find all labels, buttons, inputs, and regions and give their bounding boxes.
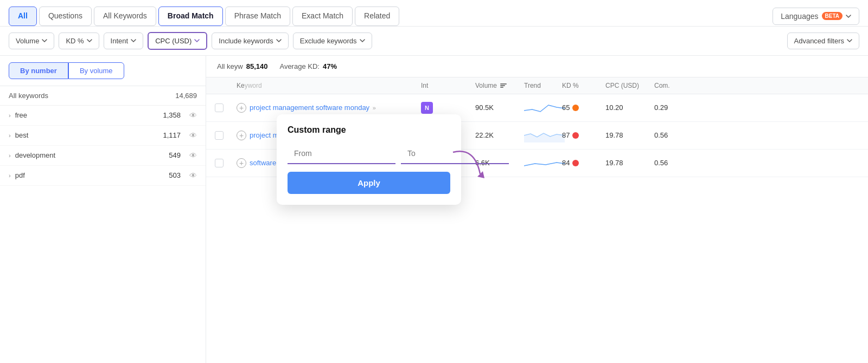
tab-broad-match[interactable]: Broad Match [158, 7, 223, 26]
svg-marker-0 [524, 133, 565, 142]
kd-dot [572, 105, 579, 111]
kd-cell: 87 [562, 131, 605, 139]
main-content: By number By volume All keywords 14,689 … [0, 56, 868, 363]
app-wrapper: All Questions All Keywords Broad Match P… [0, 0, 868, 363]
sidebar-all-keywords-label: All keywords [9, 92, 48, 100]
expand-icon[interactable]: » [373, 105, 376, 111]
row-checkbox[interactable] [215, 103, 237, 112]
com-col-header: Com. [654, 82, 687, 89]
cpc-filter[interactable]: CPC (USD) [148, 32, 207, 50]
volume-col-header[interactable]: Volume [475, 82, 524, 89]
com-cell: 0.56 [654, 159, 687, 167]
add-keyword-btn[interactable]: + [237, 158, 246, 168]
tab-all[interactable]: All [9, 7, 37, 26]
total-keywords-count: 85,140 [246, 62, 268, 70]
include-keywords-filter[interactable]: Include keywords [212, 33, 288, 49]
intent-cell: N [421, 102, 475, 114]
cpc-filter-label: CPC (USD) [155, 37, 192, 45]
chevron-down-icon [194, 38, 200, 43]
sidebar-item-best[interactable]: › best 1,117 👁 [0, 126, 206, 146]
cpc-cell: 19.78 [605, 131, 654, 139]
sidebar-item-label: best [15, 131, 159, 139]
tab-questions[interactable]: Questions [39, 7, 92, 26]
sort-icon [500, 83, 507, 88]
sidebar-item-free[interactable]: › free 1,358 👁 [0, 106, 206, 126]
keyword-col-header: Keyword [237, 82, 388, 89]
chevron-down-icon [131, 38, 136, 43]
by-volume-toggle[interactable]: By volume [68, 62, 124, 79]
chevron-down-icon [42, 38, 47, 43]
chevron-right-icon: › [9, 112, 11, 119]
kd-value: 65 [562, 103, 570, 112]
cpc-col-header: CPC (USD) [605, 82, 654, 89]
intent-col-header: Int [421, 82, 475, 89]
sidebar-item-label: development [15, 151, 165, 159]
cpc-cell: 19.78 [605, 159, 654, 167]
arrow-indicator [448, 147, 491, 190]
tab-related[interactable]: Related [355, 7, 399, 26]
kd-value: 84 [562, 159, 570, 167]
eye-icon[interactable]: 👁 [189, 151, 197, 160]
sidebar-item-pdf[interactable]: › pdf 503 👁 [0, 166, 206, 186]
popup-inputs [288, 144, 450, 164]
eye-icon[interactable]: 👁 [189, 111, 197, 120]
sidebar-item-label: pdf [15, 171, 165, 179]
volume-filter-label: Volume [16, 37, 39, 45]
cpc-cell: 10.20 [605, 103, 654, 112]
kd-cell: 84 [562, 159, 605, 167]
chevron-right-icon: › [9, 152, 11, 159]
advanced-filters-label: Advanced filters [794, 37, 845, 45]
chevron-right-icon: › [9, 132, 11, 139]
kd-filter-label: KD % [66, 37, 84, 45]
sidebar-item-development[interactable]: › development 549 👁 [0, 146, 206, 166]
sidebar-toggle: By number By volume [0, 56, 206, 86]
eye-icon[interactable]: 👁 [189, 131, 197, 140]
svg-marker-1 [477, 171, 484, 178]
add-keyword-btn[interactable]: + [237, 131, 246, 140]
advanced-filters-filter[interactable]: Advanced filters [787, 33, 860, 49]
tab-all-keywords[interactable]: All Keywords [94, 7, 156, 26]
apply-button[interactable]: Apply [288, 172, 450, 194]
eye-icon[interactable]: 👁 [189, 171, 197, 180]
kd-dot [572, 132, 579, 139]
add-keyword-btn[interactable]: + [237, 103, 246, 113]
sidebar: By number By volume All keywords 14,689 … [0, 56, 206, 363]
intent-filter-label: Intent [111, 37, 129, 45]
trend-cell [524, 155, 567, 171]
sidebar-item-count: 1,117 [163, 131, 181, 139]
sidebar-item-count: 1,358 [163, 111, 181, 119]
tab-bar: All Questions All Keywords Broad Match P… [0, 0, 868, 27]
popup-title: Custom range [288, 125, 450, 135]
sidebar-total-count: 14,689 [175, 92, 197, 100]
chevron-down-icon [846, 14, 851, 19]
kd-cell: 65 [562, 103, 605, 112]
by-number-toggle[interactable]: By number [9, 62, 68, 79]
intent-badge: N [421, 102, 433, 114]
filter-bar: Volume KD % Intent CPC (USD) Include key… [0, 27, 868, 56]
row-checkbox[interactable] [215, 159, 237, 167]
com-cell: 0.56 [654, 131, 687, 139]
table-summary: All keyw 85,140 Average KD: 47% [206, 56, 868, 77]
trend-cell [524, 100, 567, 116]
languages-dropdown[interactable]: Languages beta [773, 8, 859, 25]
chevron-down-icon [847, 38, 852, 43]
tab-phrase-match[interactable]: Phrase Match [225, 7, 290, 26]
tab-exact-match[interactable]: Exact Match [292, 7, 353, 26]
volume-cell: 90.5K [475, 103, 524, 112]
cpc-from-input[interactable] [288, 144, 395, 164]
include-keywords-label: Include keywords [219, 37, 273, 45]
sidebar-item-label: free [15, 111, 159, 119]
kd-dot [572, 160, 579, 166]
languages-label: Languages [781, 12, 818, 21]
exclude-keywords-filter[interactable]: Exclude keywords [293, 33, 372, 49]
com-cell: 0.29 [654, 103, 687, 112]
kd-filter[interactable]: KD % [59, 33, 99, 49]
table-area: All keyw 85,140 Average KD: 47% Keyword … [206, 56, 868, 363]
all-keywords-prefix: All keyw [217, 62, 243, 70]
intent-filter[interactable]: Intent [104, 33, 144, 49]
volume-filter[interactable]: Volume [9, 33, 54, 49]
sidebar-header: All keywords 14,689 [0, 86, 206, 106]
keyword-link[interactable]: project management software monday » [250, 103, 376, 113]
sidebar-item-count: 503 [169, 171, 181, 179]
row-checkbox[interactable] [215, 131, 237, 140]
